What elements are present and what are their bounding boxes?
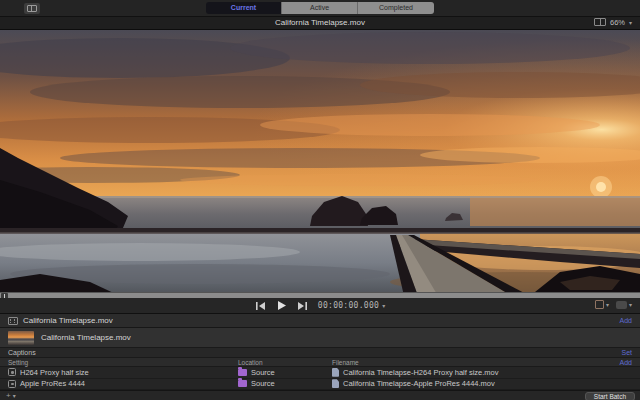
output-filename: California Timelapse-H264 Proxy half siz… bbox=[343, 368, 498, 377]
chevron-down-icon: ▾ bbox=[13, 392, 16, 400]
job-header-row[interactable]: California Timelapse.mov Add bbox=[0, 314, 640, 328]
batch-panel: California Timelapse.mov Add California … bbox=[0, 314, 640, 400]
captions-row[interactable]: Captions Set bbox=[0, 348, 640, 358]
file-icon bbox=[332, 368, 339, 377]
column-filename: Filename bbox=[332, 359, 359, 366]
outputs-column-header: Setting Location Filename Add bbox=[0, 358, 640, 367]
batch-view-tabs: Current Active Completed bbox=[206, 2, 434, 14]
outputs-add-button[interactable]: Add bbox=[620, 359, 632, 366]
plus-icon: + bbox=[6, 392, 11, 400]
sidebar-toggle-button[interactable] bbox=[24, 3, 40, 14]
preview-title: California Timelapse.mov bbox=[275, 18, 365, 27]
output-location: Source bbox=[251, 368, 275, 377]
chevron-down-icon: ▾ bbox=[629, 301, 632, 308]
video-preview[interactable] bbox=[0, 30, 640, 293]
start-batch-button[interactable]: Start Batch bbox=[585, 392, 635, 400]
timecode-control[interactable]: 00:00:00.000 ▾ bbox=[318, 301, 385, 310]
add-job-button[interactable]: + ▾ bbox=[6, 392, 16, 400]
source-thumbnail bbox=[8, 331, 34, 345]
output-setting: H264 Proxy half size bbox=[20, 368, 89, 377]
output-row[interactable]: Apple ProRes 4444 Source California Time… bbox=[0, 379, 640, 391]
sunset-frame bbox=[0, 30, 640, 293]
zoom-level[interactable]: 66% bbox=[610, 18, 625, 27]
setting-icon bbox=[8, 380, 16, 388]
overlay-menu-button[interactable]: ▾ bbox=[616, 301, 632, 309]
chevron-down-icon: ▾ bbox=[606, 301, 609, 308]
captions-set-button[interactable]: Set bbox=[621, 349, 632, 356]
source-media-row[interactable]: California Timelapse.mov bbox=[0, 328, 640, 348]
output-setting: Apple ProRes 4444 bbox=[20, 379, 85, 388]
output-row[interactable]: H264 Proxy half size Source California T… bbox=[0, 367, 640, 379]
source-name: California Timelapse.mov bbox=[41, 333, 131, 342]
next-frame-button[interactable] bbox=[297, 301, 309, 311]
output-location: Source bbox=[251, 379, 275, 388]
timecode: 00:00:00.000 bbox=[318, 301, 379, 310]
compare-view-icon[interactable] bbox=[594, 18, 606, 26]
captions-label: Captions bbox=[8, 349, 36, 356]
folder-icon bbox=[238, 369, 247, 376]
output-filename: California Timelapse-Apple ProRes 4444.m… bbox=[343, 379, 495, 388]
movie-icon bbox=[8, 317, 18, 325]
column-setting: Setting bbox=[8, 359, 28, 366]
job-add-button[interactable]: Add bbox=[620, 317, 632, 324]
top-toolbar: Current Active Completed bbox=[0, 0, 640, 17]
marker-menu-button[interactable]: ▾ bbox=[595, 300, 609, 309]
tab-current[interactable]: Current bbox=[206, 2, 282, 14]
zoom-control[interactable]: 66% ▾ bbox=[594, 18, 632, 27]
transport-bar: 00:00:00.000 ▾ ▾ ▾ bbox=[0, 298, 640, 314]
overlay-icon bbox=[616, 301, 627, 309]
marker-icon bbox=[595, 300, 604, 309]
timecode-chevron-icon: ▾ bbox=[382, 302, 385, 309]
job-name: California Timelapse.mov bbox=[23, 316, 113, 325]
tab-completed[interactable]: Completed bbox=[358, 2, 434, 14]
sidebar-toggle-icon bbox=[27, 5, 37, 12]
chevron-down-icon: ▾ bbox=[629, 19, 632, 26]
play-button[interactable] bbox=[276, 301, 288, 311]
bottom-bar: + ▾ Start Batch bbox=[0, 390, 640, 400]
compressor-window: Current Active Completed California Time… bbox=[0, 0, 640, 400]
preview-titlebar: California Timelapse.mov 66% ▾ bbox=[0, 17, 640, 30]
column-location: Location bbox=[238, 359, 263, 366]
tab-active[interactable]: Active bbox=[282, 2, 358, 14]
previous-frame-button[interactable] bbox=[255, 301, 267, 311]
setting-icon bbox=[8, 368, 16, 376]
file-icon bbox=[332, 379, 339, 388]
folder-icon bbox=[238, 380, 247, 387]
